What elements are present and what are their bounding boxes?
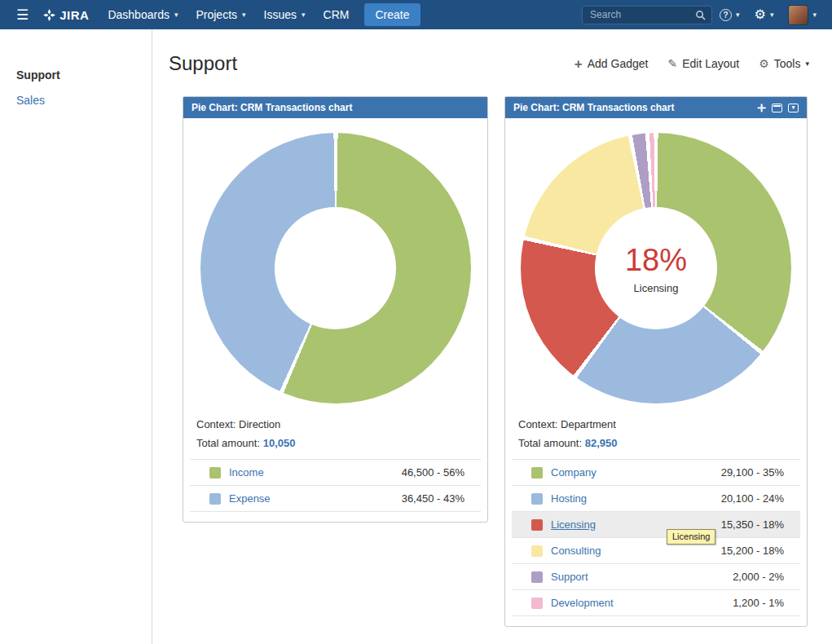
jira-logo-icon: [43, 9, 55, 21]
legend-value: 46,500 - 56%: [402, 466, 464, 479]
legend-label[interactable]: Consulting: [551, 545, 601, 557]
gadget-pie-chart-direction: Pie Chart: CRM Transactions chart Contex…: [183, 96, 488, 523]
legend-label[interactable]: Hosting: [551, 492, 587, 505]
gear-icon: ⚙: [755, 8, 766, 21]
legend-row[interactable]: Licensing15,350 - 18%: [512, 512, 800, 538]
gadget-row: Pie Chart: CRM Transactions chart Contex…: [169, 96, 809, 627]
edit-layout-button[interactable]: ✎ Edit Layout: [667, 57, 739, 70]
dashboard-toolbar: + Add Gadget ✎ Edit Layout ⚙ Tools ▾: [574, 57, 809, 71]
legend-value: 20,100 - 24%: [721, 492, 784, 505]
legend-row[interactable]: Income46,500 - 56%: [190, 460, 481, 486]
gadget-title: Pie Chart: CRM Transactions chart: [191, 102, 352, 113]
legend-row[interactable]: Hosting20,100 - 24%: [512, 486, 800, 512]
add-gadget-button[interactable]: + Add Gadget: [574, 57, 649, 71]
nav-label: CRM: [324, 8, 350, 21]
center-slice-name: Licensing: [634, 282, 679, 294]
legend-label[interactable]: Licensing: [551, 518, 596, 531]
app-switcher-icon[interactable]: ☰: [8, 7, 37, 24]
sidebar-item-support[interactable]: Support: [16, 68, 152, 82]
gadget-header[interactable]: Pie Chart: CRM Transactions chart: [183, 97, 487, 118]
legend-swatch: [531, 598, 543, 609]
page-header: Support + Add Gadget ✎ Edit Layout ⚙ Too…: [169, 52, 809, 75]
legend-swatch: [531, 467, 543, 479]
tools-label: Tools: [774, 57, 801, 70]
gadget-title: Pie Chart: CRM Transactions chart: [513, 102, 674, 113]
legend-value: 1,200 - 1%: [733, 597, 784, 609]
search-box[interactable]: [582, 6, 712, 24]
legend-value: 15,200 - 18%: [721, 545, 784, 557]
chevron-down-icon: ▾: [174, 11, 178, 19]
move-gadget-icon[interactable]: ✛: [757, 103, 766, 113]
legend-label[interactable]: Expense: [229, 492, 271, 505]
legend-row[interactable]: Support2,000 - 2%: [512, 564, 800, 590]
legend-value: 29,100 - 35%: [721, 466, 784, 479]
total-label: Total amount:: [196, 437, 260, 449]
chart-total: Total amount: 10,050: [196, 435, 474, 452]
legend-label[interactable]: Development: [551, 597, 614, 609]
pencil-icon: ✎: [667, 57, 677, 70]
nav-projects[interactable]: Projects ▾: [187, 0, 254, 29]
donut-chart-department[interactable]: 18% Licensing: [521, 133, 791, 404]
gadget-info: Context: Department Total amount: 82,950: [518, 417, 794, 451]
legend-row[interactable]: Expense36,450 - 43%: [190, 486, 481, 512]
maximize-gadget-icon[interactable]: [772, 104, 782, 112]
center-percent: 18%: [625, 243, 687, 278]
chart-legend: Company29,100 - 35%Hosting20,100 - 24%Li…: [512, 459, 800, 616]
legend-value: 2,000 - 2%: [733, 571, 784, 583]
gadget-info: Context: Direction Total amount: 10,050: [196, 417, 474, 451]
chevron-down-icon: ▾: [805, 60, 809, 68]
total-value: 10,050: [263, 437, 296, 449]
user-profile-menu[interactable]: ▾: [781, 0, 824, 29]
chevron-down-icon: ▾: [812, 11, 817, 19]
legend-value: 15,350 - 18%: [721, 518, 784, 531]
plus-icon: +: [574, 57, 583, 71]
brand-text: JIRA: [59, 8, 89, 22]
legend-row[interactable]: Development1,200 - 1%: [512, 590, 800, 616]
chevron-down-icon: ▾: [302, 11, 306, 19]
gadget-menu-icon[interactable]: ▾: [788, 104, 799, 112]
legend-row[interactable]: Company29,100 - 35%: [512, 460, 800, 486]
dashboard-sidebar: Support Sales: [0, 29, 152, 644]
nav-issues[interactable]: Issues ▾: [255, 0, 315, 29]
sidebar-item-sales[interactable]: Sales: [16, 94, 152, 107]
nav-crm[interactable]: CRM: [315, 0, 359, 29]
chevron-down-icon: ▾: [242, 11, 246, 19]
create-button[interactable]: Create: [364, 3, 420, 26]
legend-label[interactable]: Income: [229, 466, 264, 479]
legend-label[interactable]: Support: [551, 571, 588, 583]
legend-swatch: [531, 493, 543, 505]
chart-context: Context: Direction: [196, 417, 474, 433]
add-gadget-label: Add Gadget: [588, 57, 649, 70]
tooltip: Licensing: [667, 529, 715, 545]
nav-label: Issues: [264, 8, 297, 21]
search-input[interactable]: [588, 8, 685, 21]
gadget-header[interactable]: Pie Chart: CRM Transactions chart ✛ ▾: [505, 97, 807, 118]
tools-menu-button[interactable]: ⚙ Tools ▾: [759, 57, 809, 70]
legend-swatch: [531, 545, 543, 557]
legend-swatch: [531, 519, 543, 531]
jira-logo[interactable]: JIRA: [37, 8, 99, 22]
nav-dashboards[interactable]: Dashboards ▾: [99, 0, 187, 29]
edit-layout-label: Edit Layout: [682, 57, 739, 70]
donut-chart-direction[interactable]: [200, 133, 471, 404]
chart-legend: Income46,500 - 56%Expense36,450 - 43%: [190, 459, 481, 512]
top-navbar: ☰ JIRA Dashboards ▾ Projects ▾ Issues ▾ …: [0, 0, 832, 29]
search-icon[interactable]: [695, 10, 706, 20]
nav-label: Projects: [196, 8, 237, 21]
admin-settings-menu[interactable]: ⚙ ▾: [747, 0, 781, 29]
chart-total: Total amount: 82,950: [518, 435, 794, 452]
gadget-header-tools: ✛ ▾: [757, 103, 799, 113]
avatar: [788, 5, 808, 25]
total-label: Total amount:: [518, 437, 582, 449]
nav-label: Dashboards: [108, 8, 169, 21]
chevron-down-icon: ▾: [770, 11, 774, 19]
page-title: Support: [169, 52, 237, 75]
legend-swatch: [209, 493, 221, 505]
help-menu[interactable]: ? ▾: [712, 0, 747, 29]
legend-swatch: [531, 571, 543, 583]
legend-row[interactable]: Consulting15,200 - 18%: [512, 538, 800, 564]
total-value: 82,950: [585, 437, 618, 449]
chart-context: Context: Department: [518, 417, 794, 433]
gear-icon: ⚙: [759, 57, 769, 70]
legend-label[interactable]: Company: [551, 466, 596, 479]
